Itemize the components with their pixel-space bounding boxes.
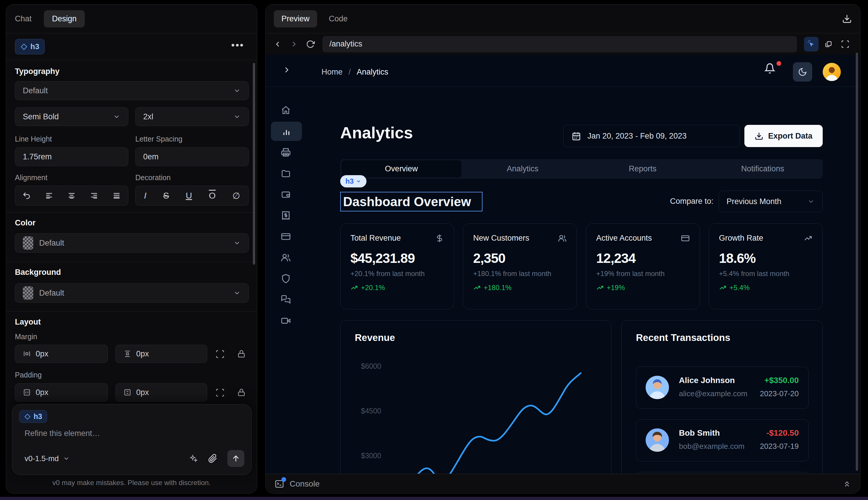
stat-card-new-customers: New Customers 2,350 +180.1% from last mo… <box>463 224 577 309</box>
preview-scrollbar-thumb[interactable] <box>856 53 858 471</box>
sidebar-item-video[interactable] <box>277 312 294 329</box>
tab-design[interactable]: Design <box>44 10 85 27</box>
underline-icon[interactable]: U <box>186 191 192 201</box>
font-family-select[interactable]: Default <box>15 81 249 100</box>
font-size-select[interactable]: 2xl <box>135 107 249 126</box>
diamond-icon <box>24 413 31 420</box>
sidebar-item-receipts[interactable] <box>277 207 294 224</box>
italic-icon[interactable]: I <box>144 191 147 201</box>
tab-notifications[interactable]: Notifications <box>703 164 823 173</box>
element-tag-chip[interactable]: h3 <box>340 175 367 188</box>
transaction-item[interactable]: Alice Johnson alice@example.com +$350.00… <box>636 367 809 409</box>
sidebar-item-home[interactable] <box>277 102 294 119</box>
padding-lock-button[interactable] <box>237 388 246 397</box>
printer-icon <box>281 147 291 157</box>
align-justify-icon[interactable] <box>112 191 121 200</box>
alignment-label: Alignment <box>15 173 47 182</box>
divider <box>6 311 257 312</box>
transaction-item[interactable]: Bob Smith bob@example.com -$120.50 2023-… <box>636 419 809 462</box>
refine-input[interactable]: Refine this element… <box>25 429 100 438</box>
padding-vertical-icon <box>123 388 131 397</box>
element-menu-button[interactable]: ••• <box>231 39 244 51</box>
refresh-button[interactable] <box>306 40 315 48</box>
breadcrumb: Home / Analytics <box>322 68 389 77</box>
trending-up-icon <box>473 284 481 292</box>
sidebar-item-messages[interactable] <box>277 291 294 308</box>
inspector-scrollbar-thumb[interactable] <box>253 63 255 265</box>
letter-spacing-input[interactable]: 0em <box>135 147 249 166</box>
forward-button[interactable] <box>290 40 298 48</box>
chevron-down-icon <box>233 239 241 247</box>
tab-reports[interactable]: Reports <box>583 164 703 173</box>
user-avatar[interactable] <box>823 63 841 81</box>
sidebar-toggle[interactable] <box>282 65 291 75</box>
sidebar-item-wallet[interactable] <box>277 186 294 203</box>
no-decoration-icon[interactable]: ∅ <box>232 191 240 201</box>
decoration-label: Decoration <box>135 173 171 182</box>
fullscreen-button[interactable] <box>838 37 853 52</box>
avatar <box>646 428 669 452</box>
date-range-button[interactable]: Jan 20, 2023 - Feb 09, 2023 <box>563 125 740 147</box>
padding-expand-button[interactable] <box>216 388 225 397</box>
sidebar-item-analytics[interactable] <box>271 122 302 141</box>
background-select[interactable]: Default <box>15 283 249 303</box>
margin-x-input[interactable]: 0px <box>15 345 108 363</box>
padding-y-input[interactable]: 0px <box>115 383 207 401</box>
selected-heading[interactable]: Dashboard Overview <box>340 192 483 212</box>
tab-preview[interactable]: Preview <box>274 10 317 27</box>
divider <box>6 33 257 33</box>
back-button[interactable] <box>273 40 282 48</box>
cursor-select-icon <box>807 40 816 48</box>
submit-button[interactable] <box>227 450 244 467</box>
theme-toggle-button[interactable] <box>793 62 812 82</box>
download-button[interactable] <box>842 14 852 24</box>
lock-icon <box>237 349 246 358</box>
tab-analytics[interactable]: Analytics <box>463 164 583 173</box>
tab-chat[interactable]: Chat <box>15 14 32 23</box>
sidebar-item-invoices[interactable] <box>277 144 294 161</box>
model-select[interactable]: v0-1.5-md <box>25 454 70 463</box>
compare-select[interactable]: Previous Month <box>719 191 823 212</box>
select-element-tool[interactable] <box>804 37 819 52</box>
copy-page-button[interactable] <box>821 37 835 52</box>
sidebar-item-cards[interactable] <box>277 228 294 245</box>
align-left-icon[interactable] <box>45 191 54 200</box>
sidebar-item-customers[interactable] <box>277 249 294 266</box>
composer-element-badge[interactable]: h3 <box>19 410 47 423</box>
divider <box>6 212 257 213</box>
align-right-icon[interactable] <box>90 191 99 200</box>
margin-y-input[interactable]: 0px <box>115 345 207 363</box>
overline-icon[interactable]: O <box>209 191 216 201</box>
padding-x-input[interactable]: 0px <box>15 383 108 401</box>
disclaimer-text: v0 may make mistakes. Please use with di… <box>6 479 257 487</box>
font-weight-select[interactable]: Semi Bold <box>15 107 128 126</box>
export-data-button[interactable]: Export Data <box>744 125 823 147</box>
layout-section-title: Layout <box>15 318 41 327</box>
color-select[interactable]: Default <box>15 233 249 253</box>
align-center-icon[interactable] <box>67 191 76 200</box>
console-expand-button[interactable] <box>843 479 851 488</box>
trending-up-icon <box>596 284 604 292</box>
margin-expand-button[interactable] <box>216 349 225 359</box>
sidebar-item-security[interactable] <box>277 270 294 287</box>
strikethrough-icon[interactable]: S <box>163 191 169 201</box>
sparkles-icon[interactable] <box>189 454 198 463</box>
paperclip-icon[interactable] <box>208 454 218 463</box>
line-height-input[interactable]: 1.75rem <box>15 147 128 166</box>
url-input[interactable]: /analytics <box>322 36 797 52</box>
transaction-amount: -$120.50 <box>766 428 799 438</box>
breadcrumb-home[interactable]: Home <box>322 68 343 76</box>
preview-navbar: /analytics <box>266 33 860 55</box>
chevron-down-icon <box>63 455 70 462</box>
expand-icon <box>216 388 225 397</box>
selected-element-badge[interactable]: h3 <box>15 39 45 54</box>
tab-code[interactable]: Code <box>329 14 348 23</box>
sidebar-item-files[interactable] <box>277 165 294 182</box>
notifications-button[interactable] <box>764 63 775 74</box>
undo-icon[interactable] <box>22 191 31 200</box>
receipt-icon <box>281 211 291 220</box>
fullscreen-icon <box>841 40 849 48</box>
margin-lock-button[interactable] <box>237 349 246 358</box>
moon-icon <box>798 67 807 77</box>
console-bar[interactable]: Console <box>266 474 860 493</box>
